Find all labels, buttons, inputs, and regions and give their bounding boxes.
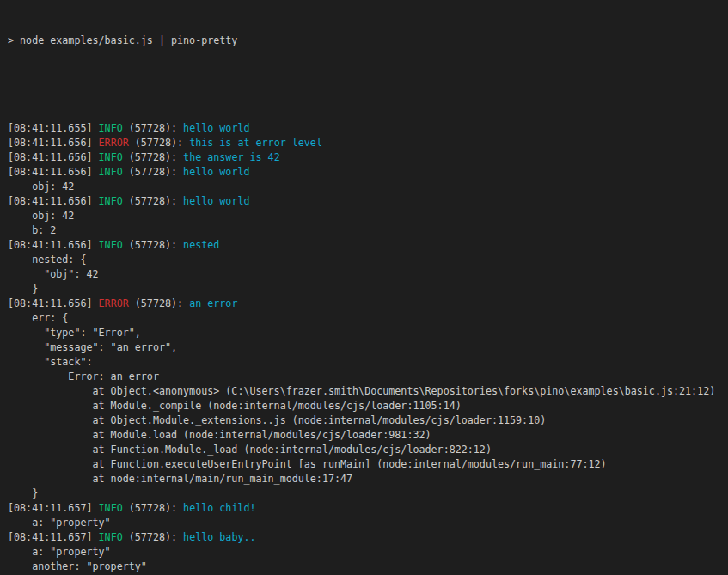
log-segment-default: (57728): [123, 166, 183, 178]
log-line: [08:41:11.655] INFO (57728): hello world [8, 121, 728, 136]
log-line: Error: an error [8, 370, 728, 384]
log-segment-cyan: hello world [183, 122, 249, 134]
log-segment-green: INFO [99, 195, 123, 207]
log-segment-default: "message": "an error", [8, 341, 177, 353]
log-segment-default: [08:41:11.656] [8, 137, 99, 149]
log-line: obj: 42 [8, 209, 728, 223]
log-segment-red: ERROR [99, 137, 129, 149]
log-segment-default: [08:41:11.656] [8, 166, 99, 178]
log-line: } [8, 486, 728, 501]
log-segment-default: [08:41:11.656] [8, 297, 99, 309]
log-segment-default: (57728): [123, 239, 183, 251]
log-segment-default: at Module.load (node:internal/modules/cj… [8, 429, 431, 441]
terminal-output: [08:41:11.655] INFO (57728): hello world… [8, 121, 728, 575]
log-segment-cyan: hello world [183, 166, 249, 178]
log-segment-default: at Object.<anonymous> (C:\Users\frazer.s… [8, 385, 715, 397]
log-segment-default: obj: 42 [8, 210, 74, 222]
log-segment-default: another: "property" [8, 560, 147, 572]
log-segment-default: at Function.executeUserEntryPoint [as ru… [8, 458, 607, 470]
log-segment-green: INFO [99, 166, 123, 178]
log-segment-default: (57728): [123, 502, 183, 514]
log-segment-default: (57728): [123, 195, 183, 207]
log-segment-green: INFO [99, 122, 123, 134]
log-segment-default: [08:41:11.656] [8, 239, 99, 251]
log-line: at Function.executeUserEntryPoint [as ru… [8, 457, 728, 472]
log-line: "obj": 42 [8, 267, 728, 282]
log-segment-green: INFO [99, 151, 123, 163]
log-segment-green: INFO [99, 531, 123, 543]
log-line: at Function.Module._load (node:internal/… [8, 443, 728, 457]
log-segment-default: at Module._compile (node:internal/module… [8, 400, 462, 412]
log-segment-default: } [8, 283, 38, 295]
log-segment-cyan: hello baby.. [183, 531, 255, 543]
log-line: } [8, 282, 728, 297]
log-segment-default: err: { [8, 312, 68, 324]
log-segment-default: obj: 42 [8, 180, 74, 193]
log-line: [08:41:11.656] ERROR (57728): this is at… [8, 136, 728, 150]
log-segment-default: "stack": [8, 356, 93, 368]
log-line: "type": "Error", [8, 326, 728, 340]
log-segment-cyan: hello child! [183, 502, 255, 514]
log-segment-default: (57728): [123, 531, 183, 543]
log-line: [08:41:11.657] INFO (57728): hello baby.… [8, 530, 728, 545]
blank-line [8, 77, 728, 92]
log-line: "stack": [8, 355, 728, 370]
log-segment-default: at Object.Module._extensions..js (node:i… [8, 414, 546, 426]
log-line: [08:41:11.656] INFO (57728): hello world [8, 194, 728, 209]
command-line: > node examples/basic.js | pino-pretty [8, 34, 728, 48]
log-line: at node:internal/main/run_main_module:17… [8, 472, 728, 486]
log-line: [08:41:11.656] INFO (57728): nested [8, 238, 728, 253]
terminal[interactable]: > node examples/basic.js | pino-pretty [… [0, 0, 728, 575]
log-segment-default: b: 2 [8, 224, 56, 236]
log-segment-default: [08:41:11.657] [8, 531, 99, 543]
log-line: at Module.load (node:internal/modules/cj… [8, 428, 728, 443]
log-segment-default: (57728): [129, 297, 189, 309]
log-segment-default: [08:41:11.656] [8, 195, 99, 207]
log-line: a: "property" [8, 516, 728, 530]
log-segment-default: (57728): [123, 122, 183, 134]
log-segment-default: a: "property" [8, 546, 111, 558]
log-segment-default: "obj": 42 [8, 268, 99, 280]
log-line: at Object.<anonymous> (C:\Users\frazer.s… [8, 384, 728, 399]
log-segment-default: "type": "Error", [8, 327, 141, 339]
log-line: nested: { [8, 253, 728, 267]
log-segment-green: INFO [99, 239, 123, 251]
log-line: [08:41:11.657] INFO (57728): hello child… [8, 501, 728, 516]
log-line: obj: 42 [8, 180, 728, 194]
log-segment-cyan: nested [183, 239, 219, 251]
log-segment-cyan: an error [189, 297, 237, 309]
log-segment-default: [08:41:11.656] [8, 151, 99, 163]
log-segment-default: a: "property" [8, 517, 111, 529]
log-line: b: 2 [8, 223, 728, 238]
log-segment-cyan: the answer is 42 [183, 151, 280, 163]
log-line: [08:41:11.656] INFO (57728): hello world [8, 165, 728, 180]
log-segment-default: } [8, 487, 38, 499]
log-segment-default: (57728): [129, 137, 189, 149]
log-segment-default: Error: an error [8, 370, 159, 382]
log-segment-default: [08:41:11.657] [8, 502, 99, 514]
log-line: "message": "an error", [8, 340, 728, 355]
log-line: at Module._compile (node:internal/module… [8, 399, 728, 413]
log-segment-default: nested: { [8, 254, 86, 266]
log-segment-default: at node:internal/main/run_main_module:17… [8, 473, 352, 485]
log-segment-default: [08:41:11.655] [8, 122, 99, 134]
log-line: [08:41:11.656] ERROR (57728): an error [8, 297, 728, 311]
log-segment-red: ERROR [99, 297, 129, 309]
log-segment-default: (57728): [123, 151, 183, 163]
log-segment-green: INFO [99, 502, 123, 514]
log-line: at Object.Module._extensions..js (node:i… [8, 413, 728, 428]
log-segment-cyan: hello world [183, 195, 249, 207]
log-line: [08:41:11.656] INFO (57728): the answer … [8, 150, 728, 165]
log-line: another: "property" [8, 560, 728, 574]
log-segment-default: at Function.Module._load (node:internal/… [8, 443, 492, 456]
log-segment-cyan: this is at error level [189, 137, 322, 149]
log-line: a: "property" [8, 545, 728, 560]
log-line: err: { [8, 311, 728, 326]
